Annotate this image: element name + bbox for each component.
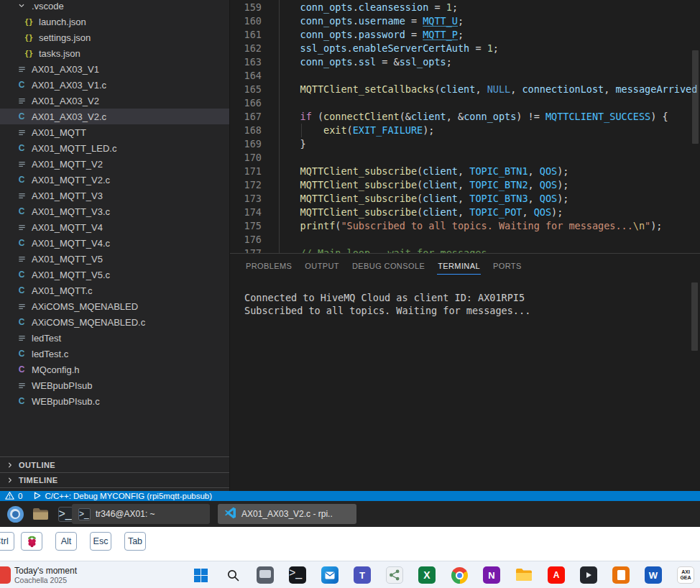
- taskbar-word-icon[interactable]: W: [644, 566, 663, 584]
- code-line-172[interactable]: 172 MQTTClient_subscribe(client, TOPIC_B…: [230, 178, 700, 192]
- line-number[interactable]: 160: [230, 14, 262, 28]
- taskbar-chrome-icon[interactable]: [450, 566, 469, 584]
- timeline-section-header[interactable]: TIMELINE: [0, 472, 229, 488]
- code-line-163[interactable]: 163 conn_opts.ssl = &ssl_opts;: [230, 55, 700, 69]
- line-number[interactable]: 161: [230, 28, 262, 42]
- line-number[interactable]: 167: [230, 110, 262, 124]
- code-line-166[interactable]: 166: [230, 96, 700, 110]
- code-line-167[interactable]: 167 if (connectClient(&client, &conn_opt…: [230, 110, 700, 124]
- line-number[interactable]: 159: [230, 1, 262, 14]
- taskbar-system-app-icon[interactable]: [256, 566, 275, 584]
- tree-file-AX01_AX03_V1[interactable]: AX01_AX03_V1: [0, 61, 229, 77]
- tree-file-WEBpubPIsub[interactable]: WEBpubPIsub: [0, 377, 229, 393]
- tree-file-AX01_MQTT_V3.c[interactable]: CAX01_MQTT_V3.c: [0, 203, 229, 219]
- code-line-165[interactable]: 165 MQTTClient_setCallbacks(client, NULL…: [230, 83, 700, 96]
- tree-file-AX01_MQTT_LED.c[interactable]: CAX01_MQTT_LED.c: [0, 140, 229, 156]
- code-line-168[interactable]: 168 exit(EXIT_FAILURE);: [230, 124, 700, 137]
- taskbar-share-app-icon[interactable]: [385, 566, 404, 584]
- code-line-173[interactable]: 173 MQTTClient_subscribe(client, TOPIC_B…: [230, 192, 700, 206]
- taskbar-window-vscode[interactable]: AX01_AX03_V2.c - rpi..: [218, 504, 356, 524]
- taskbar-search-icon[interactable]: [224, 566, 242, 584]
- line-number[interactable]: 171: [230, 165, 262, 178]
- tree-file-AX01_MQTT_V4[interactable]: AX01_MQTT_V4: [0, 219, 229, 235]
- key-button-tab[interactable]: Tab: [124, 532, 146, 551]
- line-number[interactable]: 177: [230, 247, 262, 253]
- key-button-ctrl[interactable]: Ctrl: [0, 532, 14, 551]
- line-number[interactable]: 170: [230, 151, 262, 165]
- tree-file-ledTest.c[interactable]: CledTest.c: [0, 346, 229, 362]
- taskbar-windows-start-icon[interactable]: [191, 566, 210, 584]
- taskbar-teams-icon[interactable]: T: [353, 566, 372, 584]
- code-line-159[interactable]: 159 conn_opts.cleansession = 1;: [230, 1, 700, 14]
- debug-config-status[interactable]: C/C++: Debug MYCONFIG (rpi5mqtt-pubsub): [34, 491, 212, 501]
- code-line-170[interactable]: 170: [230, 151, 700, 165]
- tree-file-AX01_MQTT.c[interactable]: CAX01_MQTT.c: [0, 282, 229, 298]
- outline-section-header[interactable]: OUTLINE: [0, 456, 229, 472]
- line-number[interactable]: 175: [230, 219, 262, 233]
- code-line-177[interactable]: 177 // Main loop - wait for messages: [230, 247, 700, 253]
- line-number[interactable]: 163: [230, 55, 262, 69]
- tree-file-AX01_MQTT_V5.c[interactable]: CAX01_MQTT_V5.c: [0, 267, 229, 282]
- code-line-161[interactable]: 161 conn_opts.password = MQTT_P;: [230, 28, 700, 42]
- terminal-output[interactable]: Connected to HiveMQ Cloud as client ID: …: [244, 292, 530, 317]
- panel-tab-debug-console[interactable]: DEBUG CONSOLE: [351, 254, 425, 275]
- line-number[interactable]: 172: [230, 178, 262, 192]
- widgets-button[interactable]: Today's moment Coachella 2025: [0, 561, 77, 588]
- key-button-alt[interactable]: Alt: [55, 532, 77, 551]
- taskbar-acrobat-icon[interactable]: A: [547, 566, 566, 584]
- tree-file-ledTest[interactable]: ledTest: [0, 330, 229, 346]
- panel-tab-output[interactable]: OUTPUT: [304, 254, 340, 275]
- taskbar-onenote-icon[interactable]: N: [482, 566, 501, 584]
- code-line-174[interactable]: 174 MQTTClient_subscribe(client, TOPIC_P…: [230, 206, 700, 219]
- line-number[interactable]: 174: [230, 206, 262, 219]
- code-line-171[interactable]: 171 MQTTClient_subscribe(client, TOPIC_B…: [230, 165, 700, 178]
- editor-scrollbar[interactable]: [692, 50, 699, 144]
- line-number[interactable]: 173: [230, 192, 262, 206]
- tree-file-launch.json[interactable]: {}launch.json: [0, 14, 229, 29]
- tree-file-AX01_MQTT_V2.c[interactable]: CAX01_MQTT_V2.c: [0, 172, 229, 188]
- line-number[interactable]: 166: [230, 96, 262, 110]
- key-button-esc[interactable]: Esc: [90, 532, 111, 551]
- code-line-169[interactable]: 169 }: [230, 137, 700, 151]
- tree-file-AXiCOMS_MQENABLED[interactable]: AXiCOMS_MQENABLED: [0, 298, 229, 314]
- tree-file-WEBpubPIsub.c[interactable]: CWEBpubPIsub.c: [0, 393, 229, 409]
- tree-file-AX01_AX03_V1.c[interactable]: CAX01_AX03_V1.c: [0, 77, 229, 93]
- tree-file-AX01_AX03_V2[interactable]: AX01_AX03_V2: [0, 93, 229, 109]
- tree-file-AXiCOMS_MQENABLED.c[interactable]: CAXiCOMS_MQENABLED.c: [0, 314, 229, 330]
- tree-folder-.vscode[interactable]: .vscode: [0, 0, 229, 14]
- code-line-160[interactable]: 160 conn_opts.username = MQTT_U;: [230, 14, 700, 28]
- taskbar-axi-gea-icon[interactable]: AXIGEA: [676, 566, 695, 584]
- tree-file-AX01_MQTT_V3[interactable]: AX01_MQTT_V3: [0, 188, 229, 203]
- tree-file-settings.json[interactable]: {}settings.json: [0, 29, 229, 45]
- taskbar-media-app-icon[interactable]: [579, 566, 598, 584]
- taskbar-file-explorer-icon[interactable]: [515, 566, 533, 584]
- line-number[interactable]: 168: [230, 124, 262, 137]
- code-editor[interactable]: 159 conn_opts.cleansession = 1;160 conn_…: [230, 0, 700, 253]
- tree-file-AX01_MQTT[interactable]: AX01_MQTT: [0, 124, 229, 140]
- tree-file-MQconfig.h[interactable]: CMQconfig.h: [0, 362, 229, 377]
- tree-file-AX01_MQTT_V5[interactable]: AX01_MQTT_V5: [0, 251, 229, 267]
- tree-file-AX01_AX03_V2.c[interactable]: CAX01_AX03_V2.c: [0, 109, 229, 124]
- tree-file-AX01_MQTT_V2[interactable]: AX01_MQTT_V2: [0, 156, 229, 172]
- panel-tab-problems[interactable]: PROBLEMS: [245, 254, 293, 275]
- taskbar-orange-doc-app-icon[interactable]: [612, 566, 630, 584]
- taskbar-terminal-app-icon[interactable]: >_: [288, 566, 307, 584]
- taskbar-window-terminal[interactable]: >_tr346@AX01: ~: [72, 504, 210, 524]
- taskbar-outlook-icon[interactable]: [321, 566, 339, 584]
- terminal-scrollbar[interactable]: [691, 282, 698, 351]
- panel-tab-terminal[interactable]: TERMINAL: [437, 254, 481, 275]
- taskbar-excel-icon[interactable]: X: [418, 566, 436, 584]
- line-number[interactable]: 162: [230, 42, 262, 55]
- code-line-176[interactable]: 176: [230, 233, 700, 247]
- chromium-launcher-icon[interactable]: [6, 505, 24, 523]
- line-number[interactable]: 165: [230, 83, 262, 96]
- line-number[interactable]: 164: [230, 69, 262, 83]
- tree-file-tasks.json[interactable]: {}tasks.json: [0, 45, 229, 61]
- line-number[interactable]: 169: [230, 137, 262, 151]
- problems-status[interactable]: 0: [5, 491, 22, 501]
- code-line-175[interactable]: 175 printf("Subscribed to all topics. Wa…: [230, 219, 700, 233]
- panel-tab-ports[interactable]: PORTS: [492, 254, 522, 275]
- raspberry-key-button[interactable]: [21, 532, 42, 551]
- tree-file-AX01_MQTT_V4.c[interactable]: CAX01_MQTT_V4.c: [0, 235, 229, 251]
- code-line-162[interactable]: 162 ssl_opts.enableServerCertAuth = 1;: [230, 42, 700, 55]
